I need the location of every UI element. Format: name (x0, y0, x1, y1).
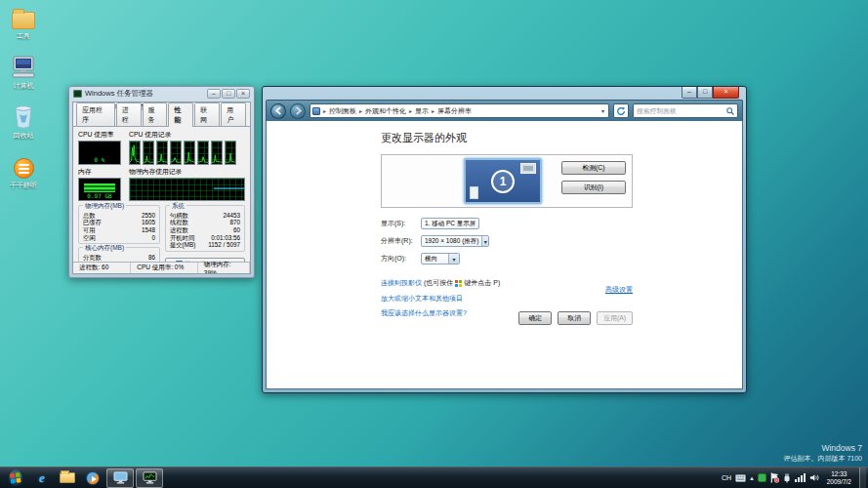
memory-gauge-value: 0.97 GB (79, 192, 120, 199)
task-manager-client: 文件(F) 选项(O) 查看(V) 帮助(H) 应用程序 进程 服务 性能 联网… (72, 102, 251, 274)
task-manager-tabstrip: 应用程序 进程 服务 性能 联网 用户 (73, 113, 250, 127)
dialog-buttons: 确定 取消 应用(A) (518, 311, 633, 325)
maximize-icon[interactable]: □ (222, 89, 235, 99)
minimize-icon[interactable]: – (207, 89, 221, 99)
refresh-button[interactable] (613, 103, 629, 118)
task-manager-icon (143, 471, 157, 484)
screen-resolution-window: – □ × ▸ 控制面板 ▸ 外观和个性化 ▸ 显示 ▸ 屏幕分辨率 ▾ (262, 86, 747, 393)
orientation-label: 方向(O): (381, 254, 421, 264)
search-box[interactable] (633, 103, 738, 118)
breadcrumb-screen-resolution[interactable]: 屏幕分辨率 (437, 106, 472, 116)
close-icon[interactable]: × (713, 87, 739, 99)
navigation-bar: ▸ 控制面板 ▸ 外观和个性化 ▸ 显示 ▸ 屏幕分辨率 ▾ (266, 100, 743, 121)
windows-key-icon (455, 280, 462, 287)
network-icon[interactable] (795, 473, 806, 482)
breadcrumb-control-panel[interactable]: 控制面板 (329, 106, 356, 116)
desktop-icon-folder[interactable]: 工具 (2, 4, 45, 41)
performance-panel: CPU 使用率 0 % CPU 使用记录 (73, 127, 250, 262)
status-memory: 物理内存: 39% (198, 263, 250, 273)
power-icon[interactable] (783, 473, 791, 483)
make-text-larger-link[interactable]: 放大或缩小文本和其他项目 (381, 294, 633, 304)
breadcrumb-display[interactable]: 显示 (415, 106, 429, 116)
media-player-icon (86, 471, 100, 485)
media-player-button[interactable] (80, 468, 105, 488)
advanced-settings-link[interactable]: 高级设置 (605, 285, 633, 295)
forward-button[interactable] (290, 103, 306, 119)
show-hidden-icons-button[interactable]: ▴ (750, 474, 754, 482)
system-tray: CH ▴ 12:33 2009/7/2 (722, 468, 868, 488)
action-center-flag-icon[interactable] (770, 472, 779, 483)
chevron-down-icon: ▾ (478, 219, 479, 228)
breadcrumb-appearance[interactable]: 外观和个性化 (365, 106, 406, 116)
back-button[interactable] (270, 103, 286, 119)
chevron-down-icon: ▾ (481, 236, 488, 246)
taskbar: e CH ▴ (0, 467, 868, 488)
projector-row: 连接到投影仪 (也可按住 键并点击 P) (381, 278, 633, 288)
start-button[interactable] (2, 468, 29, 488)
watermark-build: 评估副本。内部版本 7100 (783, 454, 862, 464)
desktop-icon-label: 工具 (17, 31, 30, 41)
folder-icon (12, 12, 35, 29)
thumbnail-window (470, 186, 478, 199)
desktop-icon-media-player[interactable]: 千千静听 (2, 153, 45, 190)
window-title: Windows 任务管理器 (85, 89, 204, 99)
cancel-button[interactable]: 取消 (558, 311, 591, 325)
kernel-memory-group: 核心内存(MB) 分页数86 未分页76 (78, 247, 160, 262)
address-bar[interactable]: ▸ 控制面板 ▸ 外观和个性化 ▸ 显示 ▸ 屏幕分辨率 ▾ (310, 103, 609, 118)
maximize-icon[interactable]: □ (697, 87, 713, 99)
tray-clock[interactable]: 12:33 2009/7/2 (823, 470, 855, 486)
language-indicator[interactable]: CH (722, 474, 731, 481)
desktop-icon-computer[interactable]: 计算机 (2, 54, 45, 91)
desktop-icon-label: 回收站 (14, 131, 34, 141)
chevron-down-icon[interactable]: ▾ (599, 107, 606, 114)
physical-memory-group: 物理内存(MB) 总数2550 已缓存1605 可用1548 空闲0 (78, 205, 160, 244)
minimize-icon[interactable]: – (682, 87, 697, 99)
computer-icon (11, 54, 36, 79)
display-label: 显示(S): (381, 219, 421, 228)
tab-performance[interactable]: 性能 (168, 102, 193, 127)
search-input[interactable] (637, 107, 724, 114)
task-manager-statusbar: 进程数: 60 CPU 使用率: 0% 物理内存: 39% (73, 262, 250, 273)
memory-gauge: 0.97 GB (78, 178, 121, 201)
tab-processes[interactable]: 进程 (116, 102, 142, 126)
thumbnail-window (520, 163, 536, 174)
memory-label: 内存 (78, 167, 121, 177)
folder-icon (60, 472, 75, 483)
keyboard-icon[interactable] (735, 474, 746, 482)
close-icon[interactable]: × (236, 89, 250, 99)
tab-services[interactable]: 服务 (143, 102, 168, 126)
memory-history-label: 物理内存使用记录 (129, 167, 245, 177)
chevron-right-icon: ▸ (322, 107, 327, 114)
desktop-icon-recycle-bin[interactable]: 回收站 (2, 103, 45, 141)
windows-explorer-button[interactable] (55, 468, 80, 488)
internet-explorer-button[interactable]: e (29, 468, 55, 488)
display-dropdown[interactable]: 1. 移动 PC 显示屏 ▾ (421, 218, 479, 229)
memory-history-graph (129, 178, 245, 201)
detect-button[interactable]: 检测(C) (561, 161, 626, 175)
volume-icon[interactable] (809, 473, 819, 482)
cpu-history-label: CPU 使用记录 (129, 130, 245, 140)
tab-users[interactable]: 用户 (221, 102, 246, 126)
antivirus-tray-icon[interactable] (758, 473, 766, 482)
tab-networking[interactable]: 联网 (194, 102, 220, 126)
connect-projector-link[interactable]: 连接到投影仪 (381, 278, 422, 288)
resolution-label: 分辨率(R): (381, 236, 421, 246)
tab-applications[interactable]: 应用程序 (76, 102, 115, 126)
task-manager-titlebar[interactable]: Windows 任务管理器 – □ × (72, 87, 251, 102)
orientation-dropdown[interactable]: 横向 ▾ (421, 253, 460, 264)
resolution-dropdown[interactable]: 1920 × 1080 (推荐) ▾ (421, 235, 489, 247)
display-page-icon (312, 107, 320, 115)
page-title: 更改显示器的外观 (381, 131, 633, 145)
identify-button[interactable]: 识别(I) (561, 181, 626, 194)
apply-button: 应用(A) (597, 311, 633, 325)
caption-buttons: – □ × (682, 87, 739, 99)
show-desktop-button[interactable] (859, 468, 866, 488)
monitor-thumbnail[interactable]: 1 (464, 158, 542, 204)
task-manager-taskbar-button[interactable] (136, 468, 163, 488)
chevron-right-icon: ▸ (358, 107, 363, 114)
ok-button[interactable]: 确定 (518, 311, 552, 325)
task-manager-window: Windows 任务管理器 – □ × 文件(F) 选项(O) 查看(V) 帮助… (68, 86, 255, 278)
screen-resolution-taskbar-button[interactable] (106, 468, 134, 488)
watermark-edition: Windows 7 (783, 443, 862, 453)
memory-gauge-fill (84, 183, 115, 192)
